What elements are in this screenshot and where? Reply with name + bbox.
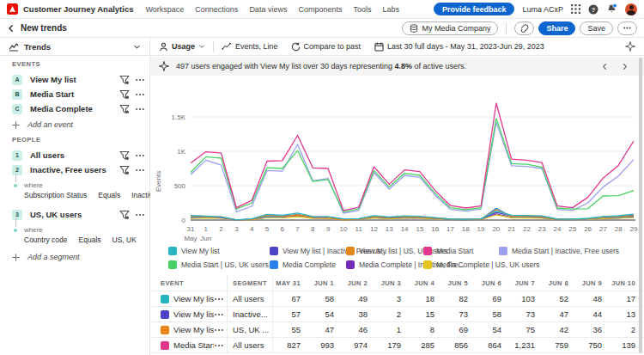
item-more-button[interactable] — [135, 210, 145, 220]
row-more-button[interactable] — [214, 340, 224, 351]
more-icon[interactable] — [135, 210, 145, 220]
value-cell: 69 — [440, 322, 474, 337]
more-icon[interactable] — [214, 325, 224, 335]
save-button[interactable]: Save — [580, 21, 613, 35]
legend-item[interactable]: View My list — [168, 247, 220, 255]
series-line-5[interactable] — [191, 119, 634, 212]
compare-to-past-button[interactable]: Compare to past — [291, 42, 361, 52]
y-tick-label: 1.5K — [172, 113, 186, 121]
filter-button[interactable] — [119, 89, 130, 100]
org-name[interactable]: Luma ACxP — [522, 5, 563, 14]
more-actions-button[interactable] — [617, 21, 637, 35]
more-icon[interactable] — [135, 150, 145, 161]
table-row[interactable]: View My listInactive...57543821573587347… — [150, 307, 644, 322]
value-cell: 48 — [574, 291, 608, 306]
item-label: View My list — [30, 75, 119, 84]
help-icon[interactable]: ? — [588, 4, 598, 15]
insights-toggle-icon[interactable] — [625, 41, 635, 52]
next-insight-button[interactable] — [621, 63, 629, 70]
table-row[interactable]: View My listAll users6758493188269103524… — [150, 291, 644, 307]
metric-mode-dropdown[interactable]: Usage — [159, 42, 205, 52]
legend-label: Media Start | US, UK users — [181, 260, 269, 269]
vertical-scrollbar[interactable] — [639, 58, 642, 353]
table-row[interactable]: View My listUS, UK ...554746186954754236… — [150, 322, 644, 338]
x-tick-label: 25 — [568, 225, 576, 233]
filter-button[interactable] — [119, 165, 130, 175]
x-tick-label: 7 — [295, 225, 300, 233]
provide-feedback-button[interactable]: Provide feedback — [434, 3, 515, 15]
filter-button[interactable] — [119, 150, 130, 161]
legend-item[interactable]: Media Complete — [270, 260, 336, 269]
nav-item-labs[interactable]: Labs — [382, 5, 399, 14]
filter-settings-icon[interactable] — [119, 150, 130, 161]
where-condition: Country codeEqualsUS, UK — [24, 236, 137, 244]
panel-selector[interactable]: Trends — [0, 38, 150, 56]
legend-item[interactable]: Media Start | Inactive, Free users — [499, 247, 619, 255]
events-section-label: EVENTS — [12, 60, 40, 68]
nav-item-tools[interactable]: Tools — [353, 5, 371, 14]
legend-swatch — [346, 247, 355, 255]
item-more-button[interactable] — [135, 150, 145, 161]
legend-item[interactable]: Media Complete | US, UK users — [423, 260, 539, 269]
item-badge: C — [12, 104, 22, 114]
trend-line-chart[interactable]: 05001K1.5KEvents311234567891011121314151… — [150, 80, 644, 245]
add-event-button[interactable]: Add an event — [0, 118, 150, 132]
item-more-button[interactable] — [135, 75, 145, 85]
more-icon[interactable] — [135, 75, 145, 85]
row-more-button[interactable] — [214, 309, 224, 320]
filter-settings-icon[interactable] — [119, 104, 130, 114]
more-icon[interactable] — [135, 104, 145, 114]
table-row[interactable]: Media StartAll users82799397417928585686… — [150, 338, 644, 353]
get-link-button[interactable] — [514, 21, 534, 35]
filter-settings-icon[interactable] — [119, 210, 130, 220]
notifications-bell-icon[interactable] — [606, 3, 617, 15]
date-column-header: JUN 3 — [374, 275, 407, 291]
previous-insight-button[interactable] — [601, 63, 609, 70]
value-cell: 827 — [273, 338, 307, 352]
more-icon[interactable] — [214, 340, 224, 351]
filter-button[interactable] — [119, 75, 130, 85]
nav-item-connections[interactable]: Connections — [195, 5, 238, 14]
event-item-media-start[interactable]: BMedia Start — [0, 87, 150, 101]
event-item-media-complete[interactable]: CMedia Complete — [0, 101, 150, 116]
segment-item-us-uk-users[interactable]: 3US, UK users — [0, 207, 150, 222]
more-icon[interactable] — [135, 165, 145, 175]
nav-item-components[interactable]: Components — [298, 5, 342, 14]
user-avatar[interactable] — [625, 3, 637, 15]
row-more-button[interactable] — [214, 294, 224, 304]
share-button[interactable]: Share — [538, 21, 575, 35]
item-more-button[interactable] — [135, 89, 145, 100]
segment-item-inactive-free-users[interactable]: 2Inactive, Free users — [0, 162, 150, 177]
more-icon[interactable] — [214, 294, 224, 304]
legend-item[interactable]: Media Start — [423, 247, 473, 255]
nav-item-workspace[interactable]: Workspace — [145, 5, 184, 14]
more-icon[interactable] — [214, 309, 224, 320]
row-more-button[interactable] — [214, 325, 224, 335]
event-item-view-my-list[interactable]: AView My list — [0, 72, 150, 87]
x-tick-label: 14 — [401, 225, 409, 233]
nav-item-data-views[interactable]: Data views — [249, 5, 287, 14]
date-range-picker[interactable]: Last 30 full days - May 31, 2023-Jun 29,… — [374, 42, 544, 52]
value-cell: 2 — [608, 322, 641, 337]
x-tick-label: 4 — [250, 225, 254, 233]
add-segment-button[interactable]: Add a segment — [0, 250, 150, 264]
calendar-icon — [374, 42, 384, 52]
item-more-button[interactable] — [135, 165, 145, 175]
filter-settings-icon[interactable] — [119, 165, 130, 175]
filter-settings-icon[interactable] — [119, 89, 130, 100]
filter-button[interactable] — [119, 104, 130, 114]
legend-item[interactable]: Media Start | US, UK users — [168, 260, 269, 269]
segment-item-all-users[interactable]: 1All users — [0, 148, 150, 162]
item-badge: B — [12, 89, 22, 100]
viz-type-button[interactable]: Events, Line — [222, 42, 278, 51]
more-icon[interactable] — [135, 89, 145, 100]
value-cell: 54 — [474, 322, 507, 337]
filter-button[interactable] — [119, 210, 130, 220]
back-button[interactable] — [7, 24, 15, 33]
dataview-selector-button[interactable]: My Media Company — [402, 21, 498, 35]
app-switcher-icon[interactable] — [571, 4, 580, 14]
item-more-button[interactable] — [135, 104, 145, 114]
adobe-logo-icon[interactable] — [7, 3, 18, 15]
filter-settings-icon[interactable] — [119, 75, 130, 85]
series-line-4[interactable] — [191, 122, 634, 213]
